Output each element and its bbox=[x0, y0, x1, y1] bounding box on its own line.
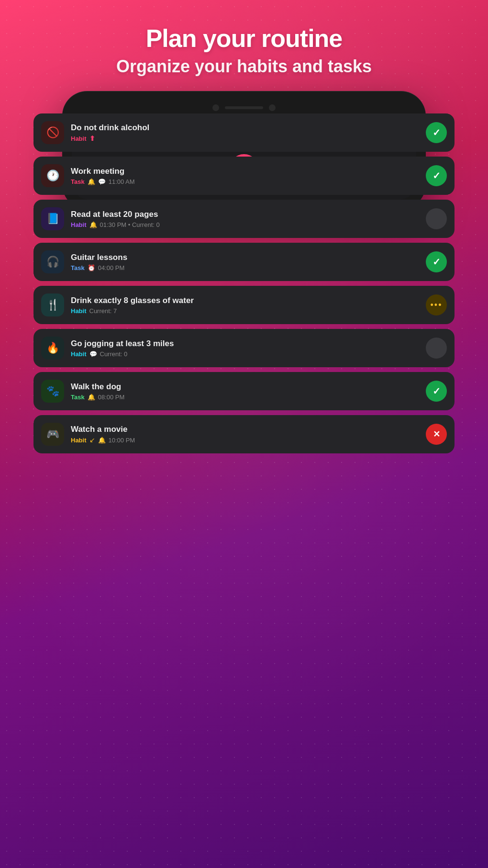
task-card-4[interactable]: 🎧Guitar lessonsTask⏰04:00 PM bbox=[33, 243, 455, 281]
task-type-label: Habit bbox=[71, 135, 87, 142]
task-card-6[interactable]: 🔥Go jogging at least 3 milesHabit💬Curren… bbox=[33, 329, 455, 367]
task-title: Guitar lessons bbox=[71, 253, 419, 262]
task-title: Drink exactly 8 glasses of water bbox=[71, 296, 419, 305]
meta-bell-icon: 🔔 bbox=[88, 178, 95, 185]
meta-bell-icon: 🔔 bbox=[98, 437, 106, 444]
task-meta: Habit⬆ bbox=[71, 135, 419, 142]
task-meta: Habit💬Current: 0 bbox=[71, 350, 419, 358]
task-content: Do not drink alcoholHabit⬆ bbox=[71, 123, 419, 142]
task-content: Work meetingTask🔔💬11:00 AM bbox=[71, 167, 419, 185]
task-type-label: Task bbox=[71, 264, 85, 271]
task-content: Guitar lessonsTask⏰04:00 PM bbox=[71, 253, 419, 271]
meta-arrow-up-icon: ⬆ bbox=[89, 135, 95, 142]
meta-arrow-down-icon: ↙ bbox=[89, 436, 95, 444]
meta-text: 08:00 PM bbox=[98, 394, 125, 401]
task-card-7[interactable]: 🐾Walk the dogTask🔔08:00 PM bbox=[33, 372, 455, 410]
task-type-label: Habit bbox=[71, 437, 87, 444]
meta-text: 10:00 PM bbox=[109, 437, 135, 444]
task-action-button[interactable] bbox=[426, 251, 447, 272]
task-meta: HabitCurrent: 7 bbox=[71, 307, 419, 315]
meta-alarm-icon: ⏰ bbox=[88, 264, 95, 271]
phone-camera bbox=[212, 104, 219, 111]
task-content: Watch a movieHabit↙🔔10:00 PM bbox=[71, 425, 419, 444]
task-action-button[interactable] bbox=[426, 122, 447, 143]
task-title: Do not drink alcohol bbox=[71, 123, 419, 133]
task-title: Walk the dog bbox=[71, 382, 419, 392]
task-action-button[interactable] bbox=[426, 381, 447, 402]
task-meta: Task🔔💬11:00 AM bbox=[71, 178, 419, 185]
promo-title: Plan your routine bbox=[116, 24, 372, 53]
task-icon: 📘 bbox=[41, 207, 64, 230]
task-icon: 🍴 bbox=[41, 293, 64, 316]
meta-bell-icon: 🔔 bbox=[89, 221, 97, 228]
meta-text: 04:00 PM bbox=[98, 264, 125, 271]
promo-subtitle: Organize your habits and tasks bbox=[116, 56, 372, 77]
task-content: Walk the dogTask🔔08:00 PM bbox=[71, 382, 419, 401]
meta-text: Current: 7 bbox=[89, 307, 117, 315]
meta-text: 01:30 PM • Current: 0 bbox=[100, 221, 160, 228]
task-meta: Task🔔08:00 PM bbox=[71, 394, 419, 401]
task-action-button[interactable] bbox=[426, 208, 447, 229]
task-title: Work meeting bbox=[71, 167, 419, 176]
phone-notch bbox=[72, 104, 416, 111]
task-type-label: Task bbox=[71, 394, 85, 401]
task-card-5[interactable]: 🍴Drink exactly 8 glasses of waterHabitCu… bbox=[33, 286, 455, 324]
task-type-label: Habit bbox=[71, 221, 87, 228]
task-title: Go jogging at least 3 miles bbox=[71, 339, 419, 349]
task-icon: 🐾 bbox=[41, 380, 64, 403]
task-card-2[interactable]: 🕐Work meetingTask🔔💬11:00 AM bbox=[33, 157, 455, 195]
task-meta: Habit🔔01:30 PM • Current: 0 bbox=[71, 221, 419, 228]
task-content: Drink exactly 8 glasses of waterHabitCur… bbox=[71, 296, 419, 315]
task-meta: Task⏰04:00 PM bbox=[71, 264, 419, 271]
meta-bell_outline-icon: 🔔 bbox=[88, 394, 95, 401]
app-promo-header: Plan your routine Organize your habits a… bbox=[97, 0, 391, 91]
meta-text: Current: 0 bbox=[100, 350, 128, 358]
task-icon: 🎮 bbox=[41, 423, 64, 446]
task-action-button[interactable] bbox=[426, 165, 447, 186]
task-icon: 🚫 bbox=[41, 121, 64, 144]
meta-text: 11:00 AM bbox=[109, 178, 135, 185]
task-action-button[interactable]: ••• bbox=[426, 294, 447, 316]
task-icon: 🔥 bbox=[41, 337, 64, 360]
task-meta: Habit↙🔔10:00 PM bbox=[71, 436, 419, 444]
task-icon: 🕐 bbox=[41, 164, 64, 187]
task-card-3[interactable]: 📘Read at least 20 pagesHabit🔔01:30 PM • … bbox=[33, 200, 455, 238]
task-card-8[interactable]: 🎮Watch a movieHabit↙🔔10:00 PM bbox=[33, 415, 455, 453]
task-type-label: Habit bbox=[71, 350, 87, 358]
meta-chat-icon: 💬 bbox=[98, 178, 106, 185]
meta-chat-icon: 💬 bbox=[89, 350, 97, 358]
task-title: Read at least 20 pages bbox=[71, 210, 419, 219]
task-content: Go jogging at least 3 milesHabit💬Current… bbox=[71, 339, 419, 358]
task-card-1[interactable]: 🚫Do not drink alcoholHabit⬆ bbox=[33, 113, 455, 152]
task-type-label: Task bbox=[71, 178, 85, 185]
phone-camera-2 bbox=[269, 104, 276, 111]
task-type-label: Habit bbox=[71, 307, 87, 315]
phone-speaker bbox=[225, 106, 263, 109]
task-action-button[interactable] bbox=[426, 424, 447, 445]
extended-tasks: 🚫Do not drink alcoholHabit⬆🕐Work meeting… bbox=[33, 113, 455, 473]
dots-icon: ••• bbox=[431, 300, 443, 310]
task-title: Watch a movie bbox=[71, 425, 419, 434]
task-content: Read at least 20 pagesHabit🔔01:30 PM • C… bbox=[71, 210, 419, 228]
task-action-button[interactable] bbox=[426, 338, 447, 359]
task-icon: 🎧 bbox=[41, 250, 64, 273]
